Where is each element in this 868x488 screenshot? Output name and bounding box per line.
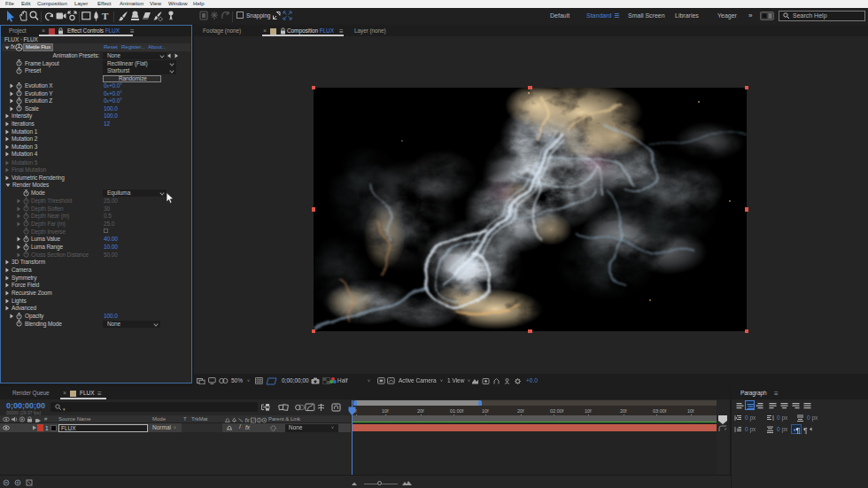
svg-text:fx: fx xyxy=(245,417,251,423)
svg-text:¶: ¶ xyxy=(803,425,808,434)
svg-text:¶: ¶ xyxy=(795,426,800,434)
